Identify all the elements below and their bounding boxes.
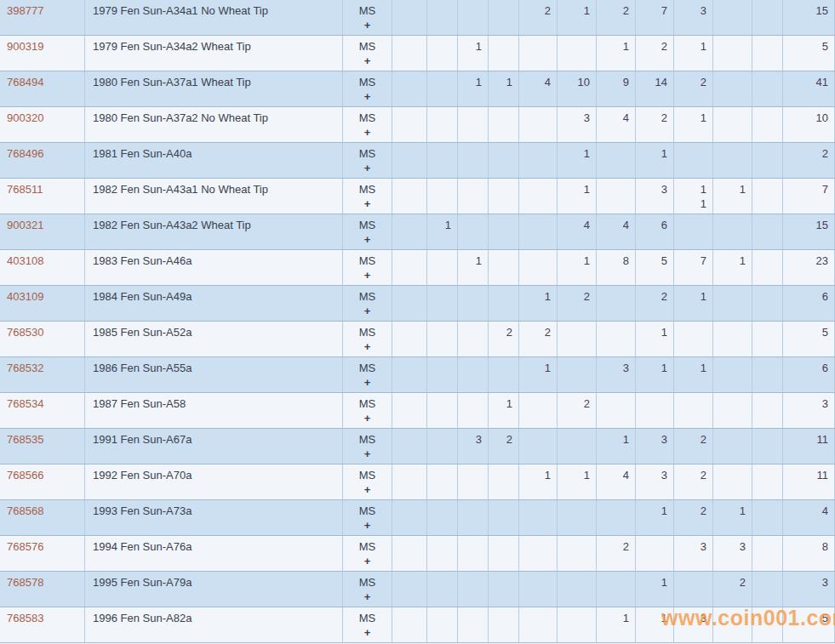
grade-count-cell[interactable]: 6 (636, 214, 674, 249)
grade-count-cell[interactable]: 7 (636, 0, 674, 35)
grade-count-cell[interactable]: 2 (597, 536, 636, 571)
plus-icon[interactable]: + (343, 375, 392, 390)
grade-count-cell[interactable]: 3 (713, 536, 752, 571)
plus-icon[interactable]: + (343, 268, 392, 282)
grade-count-cell[interactable]: 1 (636, 357, 674, 392)
total-count-cell[interactable]: 8 (783, 536, 835, 571)
grade-count-cell[interactable]: 4 (519, 71, 558, 106)
grade-count-cell[interactable]: 5 (636, 250, 674, 285)
plus-icon[interactable]: + (343, 304, 392, 318)
coin-id-link[interactable]: 768568 (0, 500, 85, 535)
coin-id-link[interactable]: 900319 (0, 36, 85, 71)
coin-id-link[interactable]: 768530 (0, 322, 85, 356)
total-count-cell[interactable]: 2 (783, 143, 835, 178)
grade-count-cell[interactable]: 2 (674, 464, 713, 499)
grade-count-cell[interactable]: 3 (636, 429, 674, 464)
grade-count-cell[interactable]: 14 (636, 71, 674, 106)
grade-count-cell[interactable]: 4 (597, 214, 636, 249)
grade-count-cell[interactable]: 4 (558, 214, 597, 249)
total-count-cell[interactable]: 23 (783, 250, 835, 285)
grade-count-cell[interactable]: 1 (519, 286, 558, 321)
grade-count-cell[interactable]: 1 (558, 179, 597, 214)
coin-id-link[interactable]: 768566 (0, 464, 85, 499)
total-count-cell[interactable]: 3 (783, 393, 835, 428)
coin-id-link[interactable]: 398777 (0, 0, 85, 35)
plus-icon[interactable]: + (343, 89, 392, 104)
coin-id-link[interactable]: 768534 (0, 393, 85, 428)
plus-icon[interactable]: + (343, 18, 392, 32)
total-count-cell[interactable]: 3 (783, 572, 835, 607)
grade-count-cell[interactable]: 2 (558, 393, 597, 428)
grade-count-cell[interactable]: 2 (489, 429, 519, 464)
grade-count-cell[interactable]: 2 (636, 286, 674, 321)
grade-count-cell[interactable]: 2 (636, 36, 674, 71)
grade-count-cell[interactable]: 1 (489, 71, 519, 106)
grade-count-cell[interactable]: 2 (674, 71, 713, 106)
total-count-cell[interactable]: 4 (783, 500, 835, 535)
grade-count-cell[interactable]: 2 (519, 0, 558, 35)
grade-count-cell[interactable]: 1 (713, 179, 752, 214)
grade-count-cell[interactable]: 1 (597, 607, 636, 642)
grade-count-cell[interactable]: 1 (636, 143, 674, 178)
total-count-cell[interactable]: 11 (783, 464, 835, 499)
grade-count-cell[interactable]: 4 (597, 107, 636, 142)
grade-count-cell[interactable]: 1 (674, 286, 713, 321)
total-count-cell[interactable]: 15 (783, 0, 835, 35)
grade-count-cell[interactable]: 3 (558, 107, 597, 142)
total-count-cell[interactable]: 5 (783, 607, 835, 642)
grade-count-cell[interactable]: 2 (489, 322, 519, 356)
grade-count-cell[interactable]: 1 (636, 572, 674, 607)
grade-count-cell[interactable]: 2 (597, 0, 636, 35)
plus-icon[interactable]: + (343, 54, 392, 68)
grade-count-cell[interactable]: 7 (674, 250, 713, 285)
coin-id-link[interactable]: 403108 (0, 250, 85, 285)
total-count-cell[interactable]: 11 (783, 429, 835, 464)
coin-id-link[interactable]: 768535 (0, 429, 85, 464)
plus-icon[interactable]: + (343, 411, 392, 425)
grade-count-cell[interactable]: 1 (713, 500, 752, 535)
grade-count-cell[interactable]: 2 (674, 500, 713, 535)
grade-count-cell[interactable]: 1 (674, 36, 713, 71)
coin-id-link[interactable]: 403109 (0, 286, 85, 321)
grade-count-cell[interactable]: 1 (674, 107, 713, 142)
grade-count-cell[interactable]: 1 (597, 36, 636, 71)
total-count-cell[interactable]: 6 (783, 357, 835, 392)
plus-icon[interactable]: + (343, 518, 392, 533)
grade-count-cell[interactable]: 1 (636, 607, 674, 642)
grade-count-cell[interactable]: 1 (558, 0, 597, 35)
plus-icon[interactable]: + (343, 232, 392, 247)
grade-count-cell[interactable]: 10 (558, 71, 597, 106)
total-count-cell[interactable]: 41 (783, 71, 835, 106)
total-count-cell[interactable]: 10 (783, 107, 835, 142)
grade-count-cell[interactable]: 2 (519, 322, 558, 356)
plus-icon[interactable]: + (343, 339, 392, 354)
grade-count-cell[interactable]: 1 (597, 429, 636, 464)
grade-count-cell[interactable]: 2 (713, 572, 752, 607)
coin-id-link[interactable]: 768578 (0, 572, 85, 607)
coin-id-link[interactable]: 900320 (0, 107, 85, 142)
grade-count-cell[interactable]: 9 (597, 71, 636, 106)
grade-count-cell[interactable]: 2 (636, 107, 674, 142)
coin-id-link[interactable]: 768532 (0, 357, 85, 392)
grade-count-cell[interactable]: 3 (674, 607, 713, 642)
plus-icon[interactable]: + (343, 197, 392, 211)
plus-icon[interactable]: + (343, 161, 392, 175)
grade-count-cell[interactable]: 4 (597, 464, 636, 499)
grade-count-cell[interactable]: 1 (458, 71, 489, 106)
total-count-cell[interactable]: 15 (783, 214, 835, 249)
grade-count-cell[interactable]: 1 (489, 393, 519, 428)
plus-icon[interactable]: + (343, 625, 392, 640)
plus-icon[interactable]: + (343, 482, 392, 497)
plus-icon[interactable]: + (343, 554, 392, 568)
grade-count-cell[interactable]: 1 (636, 500, 674, 535)
grade-count-cell[interactable]: 1 (519, 464, 558, 499)
grade-count-cell[interactable]: 1 (458, 36, 489, 71)
coin-id-link[interactable]: 768576 (0, 536, 85, 571)
grade-count-cell[interactable]: 1 (674, 357, 713, 392)
coin-id-link[interactable]: 768511 (0, 179, 85, 214)
plus-icon[interactable]: + (343, 447, 392, 461)
grade-count-cell[interactable]: 3 (674, 536, 713, 571)
coin-id-link[interactable]: 768496 (0, 143, 85, 178)
total-count-cell[interactable]: 5 (783, 36, 835, 71)
coin-id-link[interactable]: 768583 (0, 607, 85, 642)
